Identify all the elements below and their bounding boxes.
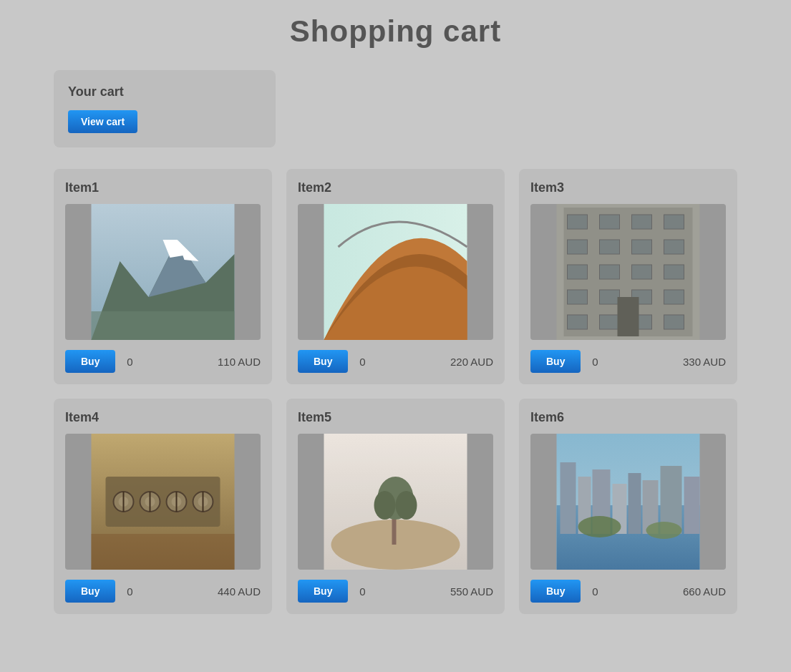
item-price: 220 AUD: [450, 356, 493, 368]
item-card-item4: Item4: [54, 399, 272, 614]
item-qty: 0: [588, 585, 602, 598]
item-image: [530, 204, 726, 340]
cart-heading: Your cart: [68, 84, 261, 99]
item-card-item5: Item5 Buy 0 550 AUD: [286, 399, 505, 614]
item-footer: Buy 0 660 AUD: [530, 580, 726, 603]
svg-rect-54: [561, 462, 576, 534]
svg-rect-14: [600, 240, 620, 254]
item-card-item6: Item6 Buy 0 660 AUD: [519, 399, 737, 614]
item-name: Item1: [65, 180, 261, 195]
item-card-item1: Item1 Buy 0 110 AUD: [54, 169, 272, 384]
cart-panel: Your cart View cart: [54, 70, 276, 147]
svg-rect-51: [324, 434, 467, 570]
item-price: 660 AUD: [683, 585, 726, 598]
item-name: Item5: [298, 410, 493, 425]
item-image: [298, 204, 493, 340]
item-price: 550 AUD: [450, 585, 493, 598]
item-footer: Buy 0 330 AUD: [530, 350, 726, 373]
svg-rect-19: [632, 265, 652, 279]
svg-rect-61: [684, 477, 700, 534]
svg-rect-16: [664, 240, 684, 254]
svg-rect-5: [92, 311, 235, 340]
item-name: Item2: [298, 180, 493, 195]
svg-rect-11: [632, 215, 652, 229]
item-price: 330 AUD: [683, 356, 726, 368]
view-cart-button[interactable]: View cart: [68, 110, 137, 133]
svg-rect-10: [600, 215, 620, 229]
svg-rect-28: [664, 315, 684, 329]
svg-rect-12: [664, 215, 684, 229]
item-name: Item4: [65, 410, 261, 425]
svg-rect-9: [568, 215, 588, 229]
svg-rect-26: [600, 315, 620, 329]
svg-rect-20: [664, 265, 684, 279]
buy-button[interactable]: Buy: [298, 580, 348, 603]
item-price: 110 AUD: [218, 356, 261, 368]
item-qty: 0: [588, 356, 602, 368]
item-qty: 0: [355, 356, 369, 368]
item-image: [65, 204, 261, 340]
buy-button[interactable]: Buy: [530, 350, 581, 373]
item-footer: Buy 0 110 AUD: [65, 350, 261, 373]
svg-rect-18: [600, 265, 620, 279]
item-footer: Buy 0 220 AUD: [298, 350, 493, 373]
item-footer: Buy 0 550 AUD: [298, 580, 493, 603]
item-price: 440 AUD: [218, 585, 261, 598]
svg-rect-17: [568, 265, 588, 279]
svg-rect-13: [568, 240, 588, 254]
svg-rect-58: [629, 473, 641, 534]
item-image: [298, 434, 493, 570]
svg-rect-15: [632, 240, 652, 254]
item-image: [530, 434, 726, 570]
item-card-item3: Item3 Buy 0 330 AUD: [519, 169, 737, 384]
buy-button[interactable]: Buy: [298, 350, 348, 373]
svg-rect-25: [568, 315, 588, 329]
item-qty: 0: [355, 585, 369, 598]
item-qty: 0: [122, 585, 137, 598]
page-title: Shopping cart: [0, 0, 791, 70]
item-name: Item3: [530, 180, 726, 195]
svg-rect-21: [568, 290, 588, 304]
svg-rect-29: [618, 297, 639, 336]
buy-button[interactable]: Buy: [65, 350, 115, 373]
buy-button[interactable]: Buy: [65, 580, 115, 603]
item-name: Item6: [530, 410, 726, 425]
svg-rect-44: [92, 534, 235, 570]
buy-button[interactable]: Buy: [530, 580, 581, 603]
item-footer: Buy 0 440 AUD: [65, 580, 261, 603]
items-grid: Item1 Buy 0 110 AUD Item2: [54, 169, 737, 614]
item-image: [65, 434, 261, 570]
item-qty: 0: [122, 356, 137, 368]
svg-point-62: [578, 516, 621, 537]
item-card-item2: Item2 Buy 0 220 AUD: [286, 169, 505, 384]
svg-rect-22: [600, 290, 620, 304]
svg-rect-24: [664, 290, 684, 304]
svg-point-63: [646, 522, 682, 539]
